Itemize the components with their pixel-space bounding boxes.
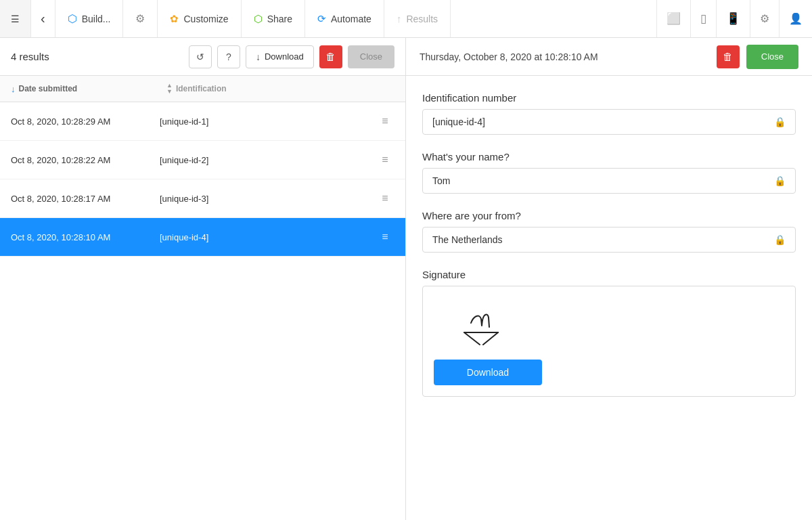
user-account-button[interactable]: 👤 — [779, 0, 812, 37]
share-label: Share — [267, 14, 292, 24]
signature-image — [434, 297, 528, 351]
name-text: Tom — [432, 175, 450, 186]
app-settings-button[interactable]: ⚙ — [750, 0, 779, 37]
signature-field-group: Signature Download — [422, 269, 796, 397]
signature-download-button[interactable]: Download — [434, 360, 542, 385]
table-row[interactable]: Oct 8, 2020, 10:28:29 AM [unique-id-1] ≡ — [0, 102, 405, 141]
id-number-field-group: Identification number [unique-id-4] 🔒 — [422, 92, 796, 135]
row-menu-1[interactable]: ≡ — [376, 112, 394, 131]
close-detail-button[interactable]: Close — [746, 45, 798, 69]
sort-down-icon: ↓ — [11, 84, 16, 94]
id-column-header[interactable]: ▲ ▼ Identification — [166, 83, 394, 95]
identification-label: Identification — [176, 84, 227, 93]
menu-icon: ☰ — [11, 14, 20, 24]
mobile-icon: 📱 — [726, 12, 740, 26]
build-icon: ⬡ — [68, 12, 77, 25]
signature-download-label: Download — [467, 367, 509, 378]
tablet-icon: ▯ — [700, 12, 706, 26]
delete-icon: 🗑 — [723, 51, 733, 62]
topbar: ☰ ‹ ⬡ Build... ⚙ ✿ Customize ⬡ Share ⟳ A… — [0, 0, 812, 38]
mobile-view-button[interactable]: 📱 — [716, 0, 750, 37]
delete-all-button[interactable]: 🗑 — [319, 45, 342, 68]
right-content: Identification number [unique-id-4] 🔒 Wh… — [406, 76, 812, 413]
download-icon: ↓ — [256, 51, 261, 62]
back-icon: ‹ — [41, 11, 45, 26]
signature-label: Signature — [422, 269, 796, 280]
date-column-header[interactable]: ↓ Date submitted — [11, 84, 166, 94]
share-tab[interactable]: ⬡ Share — [242, 0, 305, 37]
build-tab[interactable]: ⬡ Build... — [55, 0, 124, 37]
left-panel: 4 results ↺ ? ↓ Download 🗑 Close ↓ Date … — [0, 38, 406, 520]
back-button[interactable]: ‹ — [31, 0, 55, 37]
row-menu-2[interactable]: ≡ — [376, 150, 394, 169]
table-rows: Oct 8, 2020, 10:28:29 AM [unique-id-1] ≡… — [0, 102, 405, 520]
row-id-1: [unique-id-1] — [160, 116, 376, 127]
lock-icon: 🔒 — [774, 175, 786, 186]
automate-label: Automate — [331, 14, 371, 24]
settings-icon: ⚙ — [760, 12, 769, 25]
customize-tab[interactable]: ✿ Customize — [158, 0, 241, 37]
close-green-label: Close — [761, 51, 784, 62]
row-menu-4[interactable]: ≡ — [376, 228, 394, 246]
desktop-icon: ⬜ — [667, 12, 681, 26]
customize-icon: ✿ — [170, 13, 179, 25]
name-field-group: What's your name? Tom 🔒 — [422, 151, 796, 194]
results-icon: ↑ — [397, 13, 402, 24]
build-label: Build... — [82, 14, 111, 24]
origin-value: The Netherlands 🔒 — [422, 227, 796, 253]
delete-icon: 🗑 — [325, 51, 336, 62]
results-label: Results — [406, 14, 438, 24]
menu-button[interactable]: ☰ — [0, 0, 31, 37]
close-results-button[interactable]: Close — [348, 45, 394, 68]
close-label: Close — [360, 51, 382, 62]
help-button[interactable]: ? — [217, 45, 240, 68]
row-date-2: Oct 8, 2020, 10:28:22 AM — [11, 155, 160, 165]
origin-field-group: Where are your from? The Netherlands 🔒 — [422, 210, 796, 253]
id-number-text: [unique-id-4] — [432, 116, 485, 127]
table-row[interactable]: Oct 8, 2020, 10:28:17 AM [unique-id-3] ≡ — [0, 179, 405, 218]
share-icon: ⬡ — [254, 13, 263, 25]
date-submitted-label: Date submitted — [19, 84, 78, 93]
row-id-2: [unique-id-2] — [160, 155, 376, 165]
automate-icon: ⟳ — [317, 13, 326, 25]
origin-text: The Netherlands — [432, 234, 503, 245]
automate-tab[interactable]: ⟳ Automate — [305, 0, 384, 37]
submission-time: Thursday, October 8, 2020 at 10:28:10 AM — [420, 51, 710, 62]
refresh-button[interactable]: ↺ — [189, 45, 212, 68]
refresh-icon: ↺ — [196, 51, 204, 62]
results-tab[interactable]: ↑ Results — [384, 0, 451, 37]
download-label: Download — [265, 51, 304, 62]
table-row[interactable]: Oct 8, 2020, 10:28:22 AM [unique-id-2] ≡ — [0, 141, 405, 179]
signature-box: Download — [422, 286, 796, 397]
download-button[interactable]: ↓ Download — [246, 45, 314, 68]
right-panel: Thursday, October 8, 2020 at 10:28:10 AM… — [406, 38, 812, 520]
table-header: ↓ Date submitted ▲ ▼ Identification — [0, 76, 405, 102]
id-number-label: Identification number — [422, 92, 796, 104]
gear-settings-button[interactable]: ⚙ — [123, 0, 158, 37]
desktop-view-button[interactable]: ⬜ — [656, 0, 690, 37]
table-row[interactable]: Oct 8, 2020, 10:28:10 AM [unique-id-4] ≡ — [0, 218, 405, 257]
help-icon: ? — [226, 51, 231, 62]
row-date-1: Oct 8, 2020, 10:28:29 AM — [11, 116, 160, 127]
row-menu-3[interactable]: ≡ — [376, 189, 394, 208]
sort-arrows-icon: ▲ ▼ — [166, 83, 173, 95]
name-label: What's your name? — [422, 151, 796, 162]
tablet-view-button[interactable]: ▯ — [690, 0, 716, 37]
row-date-3: Oct 8, 2020, 10:28:17 AM — [11, 194, 160, 204]
left-header: 4 results ↺ ? ↓ Download 🗑 Close — [0, 38, 405, 76]
name-value: Tom 🔒 — [422, 168, 796, 194]
row-id-4: [unique-id-4] — [160, 232, 376, 242]
lock-icon: 🔒 — [774, 116, 786, 127]
customize-label: Customize — [183, 14, 228, 24]
user-icon: 👤 — [789, 12, 803, 25]
gear-icon: ⚙ — [135, 12, 145, 25]
right-header: Thursday, October 8, 2020 at 10:28:10 AM… — [406, 38, 812, 76]
lock-icon: 🔒 — [774, 234, 786, 245]
main-layout: 4 results ↺ ? ↓ Download 🗑 Close ↓ Date … — [0, 38, 812, 520]
id-number-value: [unique-id-4] 🔒 — [422, 109, 796, 135]
row-date-4: Oct 8, 2020, 10:28:10 AM — [11, 232, 160, 242]
delete-submission-button[interactable]: 🗑 — [717, 45, 740, 68]
results-count: 4 results — [11, 51, 183, 62]
origin-label: Where are your from? — [422, 210, 796, 221]
row-id-3: [unique-id-3] — [160, 194, 376, 204]
